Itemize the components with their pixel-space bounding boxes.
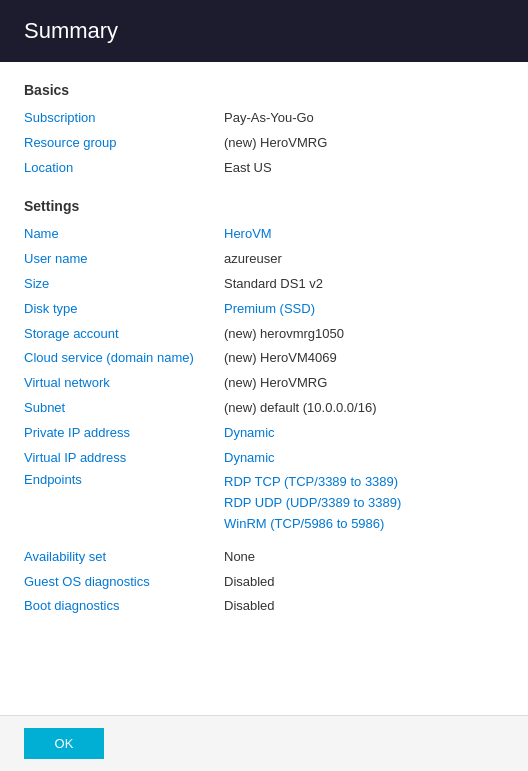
row-location: Location East US [24, 158, 504, 179]
value-subnet: (new) default (10.0.0.0/16) [224, 398, 504, 419]
value-storage-account: (new) herovmrg1050 [224, 324, 504, 345]
content-area: Basics Subscription Pay-As-You-Go Resour… [0, 62, 528, 715]
row-subnet: Subnet (new) default (10.0.0.0/16) [24, 398, 504, 419]
basics-title: Basics [24, 82, 504, 98]
row-availability-set: Availability set None [24, 547, 504, 568]
label-subscription: Subscription [24, 108, 224, 129]
value-size: Standard DS1 v2 [224, 274, 504, 295]
row-resource-group: Resource group (new) HeroVMRG [24, 133, 504, 154]
settings-title: Settings [24, 198, 504, 214]
label-guest-diagnostics: Guest OS diagnostics [24, 572, 224, 593]
endpoint-rdp-udp: RDP UDP (UDP/3389 to 3389) [224, 493, 401, 514]
label-subnet: Subnet [24, 398, 224, 419]
row-endpoints: Endpoints RDP TCP (TCP/3389 to 3389) RDP… [24, 472, 504, 534]
endpoint-rdp-tcp: RDP TCP (TCP/3389 to 3389) [224, 472, 401, 493]
row-name: Name HeroVM [24, 224, 504, 245]
row-storage-account: Storage account (new) herovmrg1050 [24, 324, 504, 345]
label-virtual-network: Virtual network [24, 373, 224, 394]
value-virtual-ip: Dynamic [224, 448, 504, 469]
label-endpoints: Endpoints [24, 472, 224, 534]
value-private-ip: Dynamic [224, 423, 504, 444]
label-boot-diagnostics: Boot diagnostics [24, 596, 224, 617]
row-subscription: Subscription Pay-As-You-Go [24, 108, 504, 129]
value-cloud-service: (new) HeroVM4069 [224, 348, 504, 369]
page-title: Summary [24, 18, 118, 43]
value-availability-set: None [224, 547, 504, 568]
basics-section: Basics Subscription Pay-As-You-Go Resour… [24, 82, 504, 178]
value-resource-group: (new) HeroVMRG [224, 133, 504, 154]
row-username: User name azureuser [24, 249, 504, 270]
row-private-ip: Private IP address Dynamic [24, 423, 504, 444]
value-guest-diagnostics: Disabled [224, 572, 504, 593]
value-name: HeroVM [224, 224, 504, 245]
label-disk-type: Disk type [24, 299, 224, 320]
label-resource-group: Resource group [24, 133, 224, 154]
endpoint-winrm: WinRM (TCP/5986 to 5986) [224, 514, 401, 535]
row-guest-diagnostics: Guest OS diagnostics Disabled [24, 572, 504, 593]
label-size: Size [24, 274, 224, 295]
label-location: Location [24, 158, 224, 179]
label-name: Name [24, 224, 224, 245]
endpoints-values: RDP TCP (TCP/3389 to 3389) RDP UDP (UDP/… [224, 472, 401, 534]
value-boot-diagnostics: Disabled [224, 596, 504, 617]
value-subscription: Pay-As-You-Go [224, 108, 504, 129]
row-virtual-ip: Virtual IP address Dynamic [24, 448, 504, 469]
value-username: azureuser [224, 249, 504, 270]
label-virtual-ip: Virtual IP address [24, 448, 224, 469]
value-disk-type: Premium (SSD) [224, 299, 504, 320]
row-cloud-service: Cloud service (domain name) (new) HeroVM… [24, 348, 504, 369]
footer: OK [0, 715, 528, 771]
label-private-ip: Private IP address [24, 423, 224, 444]
label-availability-set: Availability set [24, 547, 224, 568]
label-storage-account: Storage account [24, 324, 224, 345]
row-virtual-network: Virtual network (new) HeroVMRG [24, 373, 504, 394]
ok-button[interactable]: OK [24, 728, 104, 759]
label-username: User name [24, 249, 224, 270]
row-disk-type: Disk type Premium (SSD) [24, 299, 504, 320]
settings-section: Settings Name HeroVM User name azureuser… [24, 198, 504, 617]
row-size: Size Standard DS1 v2 [24, 274, 504, 295]
value-location: East US [224, 158, 504, 179]
label-cloud-service: Cloud service (domain name) [24, 348, 224, 369]
row-boot-diagnostics: Boot diagnostics Disabled [24, 596, 504, 617]
value-virtual-network: (new) HeroVMRG [224, 373, 504, 394]
header: Summary [0, 0, 528, 62]
